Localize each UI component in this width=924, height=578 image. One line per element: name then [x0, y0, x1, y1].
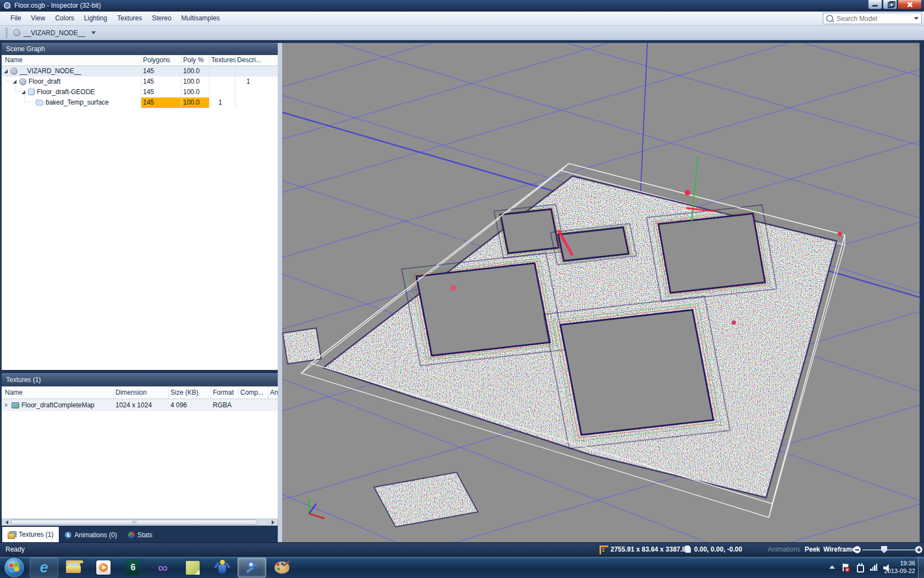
tab-stats[interactable]: Stats [123, 528, 158, 542]
taskbar-file-explorer[interactable] [59, 558, 88, 577]
zoom-slider-thumb[interactable] [881, 546, 887, 553]
model-origin: 0.00, 0.00, -0.00 [694, 546, 742, 553]
origin-icon [685, 546, 691, 553]
title-bar[interactable]: Floor.osgb - Inspector (32-bit) [0, 0, 924, 12]
show-desktop-button[interactable] [918, 557, 924, 578]
menu-lighting[interactable]: Lighting [79, 12, 112, 25]
table-row[interactable]: __VIZARD_NODE__ 145 100.0 [2, 66, 278, 77]
col-format[interactable]: Format [213, 389, 234, 396]
taskbar-spiral-app[interactable]: 6 [119, 558, 147, 577]
expander-closed-icon[interactable] [5, 403, 8, 407]
taskbar-notes-app[interactable] [178, 558, 207, 577]
taskbar-paint-app[interactable] [267, 558, 296, 577]
taskbar-internet-explorer[interactable]: e [30, 558, 58, 577]
col-dimension[interactable]: Dimension [116, 389, 147, 396]
taskbar-visual-studio[interactable]: ∞ [148, 558, 177, 577]
power-icon[interactable] [857, 565, 864, 572]
menu-textures[interactable]: Textures [112, 12, 147, 25]
peek-toggle[interactable]: Peek [805, 546, 820, 553]
viewport-canvas[interactable] [282, 43, 920, 542]
col-name[interactable]: Name [5, 56, 23, 64]
zoom-in-icon[interactable] [915, 546, 922, 553]
tab-textures[interactable]: Textures (1) [2, 526, 59, 542]
status-ready: Ready [6, 546, 25, 553]
network-icon[interactable] [870, 564, 877, 571]
action-center-icon[interactable]: x [843, 564, 849, 571]
scroll-left-icon[interactable] [6, 520, 8, 525]
menu-colors[interactable]: Colors [50, 12, 79, 25]
search-input[interactable] [835, 14, 911, 23]
left-panel-column: Scene Graph Name Polygons Poly % Texture… [2, 43, 278, 542]
node-name: baked_Temp_surface [46, 99, 109, 106]
col-textures[interactable]: Textures [211, 56, 236, 64]
col-polygons[interactable]: Polygons [143, 56, 170, 64]
clock-time: 19:36 [884, 559, 915, 567]
zoom-slider-track[interactable] [862, 549, 915, 550]
restore-button[interactable] [883, 0, 897, 9]
table-row[interactable]: baked_Temp_surface 145 100.0 1 [2, 97, 278, 108]
taskbar-clock[interactable]: 19:36 2013-09-22 [884, 559, 915, 575]
size-kb-value: 4 096 [170, 401, 187, 409]
floor-model[interactable] [282, 163, 860, 542]
polygons-value: 145 [143, 67, 154, 75]
node-name: Floor_draft [29, 78, 61, 85]
menu-view[interactable]: View [26, 12, 50, 25]
format-value: RGBA [213, 401, 232, 409]
taskbar-inspector-active[interactable] [238, 558, 266, 577]
poly-pct-value: 100.0 [183, 67, 200, 75]
mesh-icon [36, 100, 43, 106]
windows-taskbar: e 6 ∞ x [0, 556, 924, 578]
expander-open-icon[interactable] [4, 69, 8, 73]
texture-image-icon [12, 402, 19, 408]
status-bar: Ready 2755.91 x 83.64 x 3387.80 0.00, 0.… [0, 542, 924, 556]
start-button[interactable] [4, 558, 24, 577]
geode-icon [28, 89, 35, 95]
dimensions-icon [600, 546, 608, 554]
scroll-right-icon[interactable] [272, 520, 274, 525]
chevron-down-icon [91, 31, 96, 34]
col-size-kb[interactable]: Size (KB) [170, 389, 199, 396]
menu-file[interactable]: File [6, 12, 26, 25]
zoom-out-icon[interactable] [854, 546, 861, 553]
col-poly-pct[interactable]: Poly % [183, 56, 204, 64]
toolbar-grip [6, 28, 8, 38]
poly-pct-value: 100.0 [183, 88, 200, 96]
panel-splitter[interactable] [278, 43, 282, 542]
minimize-button[interactable] [868, 0, 882, 9]
viewport-3d[interactable] [282, 43, 920, 542]
col-comp[interactable]: Comp... [240, 389, 263, 396]
taskbar-media-player[interactable] [89, 558, 118, 577]
figure-icon [215, 560, 229, 575]
search-box[interactable] [823, 13, 922, 24]
tab-animations[interactable]: Animations (0) [59, 528, 122, 542]
tray-expand-icon[interactable] [829, 565, 835, 569]
expander-open-icon[interactable] [21, 90, 25, 94]
system-tray: x 19:36 2013-09-22 [781, 557, 924, 578]
horizontal-scrollbar[interactable] [2, 519, 278, 526]
media-player-icon [96, 560, 111, 575]
scene-graph-column-header: Name Polygons Poly % Textures Descri... [2, 55, 278, 66]
poly-pct-value: 100.0 [183, 78, 200, 85]
col-descri[interactable]: Descri... [237, 56, 261, 64]
taskbar-vizard-app[interactable] [208, 558, 237, 577]
scrollbar-thumb[interactable] [11, 520, 257, 525]
poly-pct-value: 100.0 [183, 99, 200, 106]
search-dropdown-icon[interactable] [914, 17, 919, 20]
menu-multisamples[interactable]: Multisamples [177, 12, 225, 25]
close-button[interactable] [898, 0, 922, 9]
table-row[interactable]: Floor_draft-GEODE 145 100.0 [2, 87, 278, 97]
node-selector-button[interactable]: __VIZARD_NODE__ [10, 28, 102, 38]
expander-open-icon[interactable] [13, 80, 16, 84]
table-row[interactable]: Floor_draftCompleteMap 1024 x 1024 4 096… [2, 399, 278, 411]
gear-icon [13, 29, 20, 36]
textures-column-header: Name Dimension Size (KB) Format Comp... … [2, 386, 278, 399]
col-anis[interactable]: Anis [270, 389, 278, 396]
window-title: Floor.osgb - Inspector (32-bit) [14, 2, 101, 9]
polygons-value: 145 [143, 88, 154, 96]
table-row[interactable]: Floor_draft 145 100.0 1 [2, 77, 278, 87]
scene-graph-panel: Scene Graph Name Polygons Poly % Texture… [2, 43, 278, 370]
animations-toggle[interactable]: Animations [768, 546, 800, 553]
menu-stereo[interactable]: Stereo [147, 12, 176, 25]
col-name[interactable]: Name [5, 389, 23, 396]
wireframe-toggle[interactable]: Wireframe [823, 546, 856, 553]
